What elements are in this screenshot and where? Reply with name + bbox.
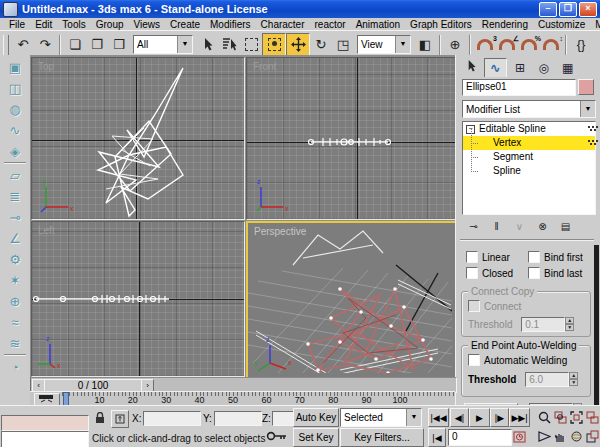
previous-frame-button[interactable]: ◀| [450, 408, 469, 427]
menu-item[interactable]: Customize [533, 19, 590, 30]
zoom-extents-all-button[interactable] [585, 408, 600, 426]
connect-threshold-field[interactable]: 0.1 [521, 317, 565, 332]
window-crossing-toggle[interactable] [262, 33, 286, 57]
play-button[interactable]: ▶ [469, 408, 490, 427]
check-bind-last[interactable]: Bind last [528, 267, 582, 279]
reactor-toolbar-button[interactable]: ◈ [4, 141, 26, 163]
reactor-toolbar-button[interactable]: ◔ [4, 357, 26, 378]
menu-item[interactable]: Animation [351, 19, 405, 30]
chevron-down-icon[interactable]: ▼ [406, 409, 421, 426]
menu-item[interactable]: Tools [57, 19, 90, 30]
chevron-down-icon[interactable]: ▼ [177, 36, 192, 53]
minimize-button[interactable]: – [539, 2, 557, 17]
current-frame-field[interactable]: 0 [448, 429, 512, 446]
selection-lock-toggle[interactable] [92, 410, 108, 426]
angle-snap-toggle-button[interactable]: ∠ [496, 34, 518, 56]
reactor-toolbar-button[interactable]: ◫ [4, 78, 26, 99]
spinner-arrows[interactable]: ▲▼ [565, 317, 574, 331]
percent-snap-toggle-button[interactable]: % [518, 34, 540, 56]
check-bind-first[interactable]: Bind first [528, 251, 583, 263]
reference-coordinate-dropdown[interactable]: View ▼ [357, 35, 411, 54]
min-max-toggle-button[interactable] [585, 427, 600, 445]
reactor-toolbar-button[interactable]: ≣ [4, 186, 26, 207]
object-name-field[interactable]: Ellipse01 [462, 79, 576, 96]
go-to-end-button[interactable]: ▶▶| [509, 408, 530, 427]
zoom-extents-button[interactable] [569, 408, 584, 426]
reactor-toolbar-button[interactable]: ✶ [4, 270, 26, 291]
tab-motion[interactable]: ◎ [533, 59, 554, 77]
viewport-front[interactable]: Front zx [246, 57, 456, 220]
make-unique-button[interactable]: ∨ [510, 218, 529, 234]
select-and-link-button[interactable]: ❏ [64, 34, 86, 56]
track-bar-ruler[interactable]: 0102030405060708090100 [62, 392, 455, 406]
field-of-view-button[interactable] [537, 427, 552, 445]
maxscript-mini-listener[interactable] [1, 431, 89, 447]
arc-rotate-button[interactable] [569, 427, 584, 445]
maximize-button[interactable]: ❐ [559, 2, 577, 17]
select-and-rotate-button[interactable]: ↻ [310, 34, 332, 56]
redo-button[interactable]: ↷ [34, 34, 56, 56]
menu-item[interactable]: Create [165, 19, 205, 30]
chevron-down-icon[interactable]: ▼ [395, 36, 410, 53]
check-connect[interactable]: Connect [468, 300, 590, 312]
selection-set-dropdown[interactable]: Selected ▼ [340, 408, 422, 427]
auto-key-button[interactable]: Auto Key [293, 408, 339, 427]
menu-item[interactable]: File [4, 19, 30, 30]
select-and-manipulate-button[interactable]: ⊕ [444, 34, 466, 56]
key-mode-toggle[interactable]: |◀ [428, 428, 446, 447]
unlink-selection-button[interactable]: ❐ [86, 34, 108, 56]
close-button[interactable]: × [579, 2, 597, 17]
x-coordinate-field[interactable] [143, 411, 201, 426]
reactor-toolbar-button[interactable]: ∠ [4, 228, 26, 249]
modifier-stack-item[interactable]: − Editable Spline [463, 122, 595, 136]
menu-item[interactable]: Views [129, 19, 166, 30]
checkbox-icon[interactable] [528, 267, 540, 279]
panel-scrollbar[interactable] [594, 245, 599, 405]
reactor-toolbar-button[interactable]: ≋ [4, 333, 26, 355]
weld-threshold-field[interactable]: 6.0 [525, 372, 569, 387]
tab-hierarchy[interactable]: ⊞ [510, 59, 531, 77]
viewport-left[interactable]: Left zx [31, 221, 245, 377]
modifier-stack-item[interactable]: − Spline [463, 164, 595, 178]
reactor-toolbar-button[interactable]: ◍ [4, 99, 26, 120]
y-coordinate-field[interactable] [214, 411, 262, 426]
use-center-flyout-button[interactable]: ◧ [414, 34, 436, 56]
reactor-toolbar-button[interactable]: ∿ [4, 120, 26, 141]
set-key-button[interactable]: Set Key [293, 428, 339, 447]
zoom-button[interactable] [537, 408, 552, 426]
menu-item[interactable]: Rendering [477, 19, 533, 30]
reactor-toolbar-button[interactable]: ≈ [4, 312, 26, 333]
modifier-stack-item[interactable]: − Segment [463, 150, 595, 164]
check-closed[interactable]: Closed [466, 267, 513, 279]
check-linear[interactable]: Linear [466, 251, 510, 263]
toolbar-grip[interactable] [3, 35, 9, 55]
key-filters-button[interactable]: Key Filters... [340, 428, 424, 447]
chevron-down-icon[interactable]: ▼ [580, 101, 595, 117]
menu-item[interactable]: MAXScript [590, 19, 600, 30]
pan-button[interactable] [553, 427, 568, 445]
check-automatic-welding[interactable]: Automatic Welding [468, 354, 590, 366]
checkbox-icon[interactable] [528, 251, 540, 263]
object-color-swatch[interactable] [578, 79, 594, 95]
macro-recorder-line[interactable] [1, 415, 89, 431]
reactor-toolbar-button[interactable]: ⊕ [4, 291, 26, 312]
pin-stack-button[interactable]: ⊸ [464, 218, 483, 234]
reactor-toolbar-button[interactable]: ▣ [4, 57, 26, 78]
absolute-offset-toggle[interactable] [111, 410, 129, 428]
menu-item[interactable]: Character [256, 19, 310, 30]
viewport-top[interactable]: Top yx [31, 57, 245, 220]
reactor-toolbar-button[interactable]: ⊸ [4, 207, 26, 228]
show-end-result-button[interactable]: ‖ [487, 218, 506, 234]
viewport-top-label[interactable]: Top [38, 61, 54, 72]
modifier-stack-item[interactable]: − Vertex [463, 136, 595, 150]
checkbox-icon[interactable] [466, 267, 478, 279]
viewport-left-label[interactable]: Left [38, 225, 55, 236]
select-by-name-button[interactable] [218, 34, 240, 56]
select-object-button[interactable] [196, 34, 218, 56]
reactor-toolbar-button[interactable]: ▱ [4, 165, 26, 186]
rectangular-selection-region-button[interactable] [240, 34, 262, 56]
undo-button[interactable]: ↶ [12, 34, 34, 56]
go-to-start-button[interactable]: |◀◀ [428, 408, 449, 427]
tab-create[interactable] [460, 57, 481, 75]
edit-named-selection-sets-button[interactable]: {} [570, 34, 592, 56]
